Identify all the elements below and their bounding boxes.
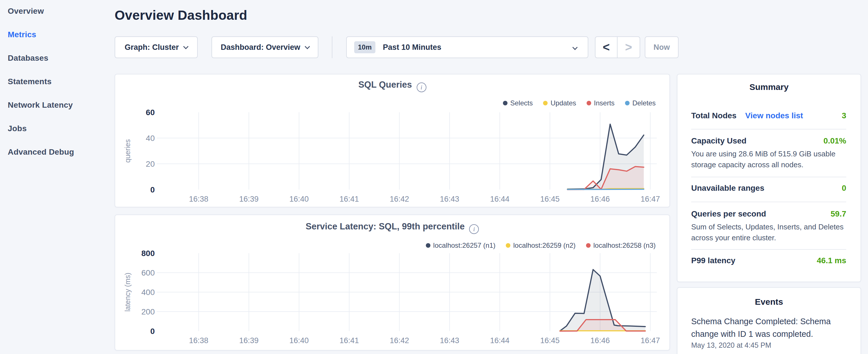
svg-text:200: 200 [141, 307, 155, 316]
svg-text:600: 600 [141, 268, 155, 277]
graph-nodes-dropdown[interactable]: Graph: Cluster [115, 36, 198, 58]
p99-latency-value: 46.1 ms [817, 256, 846, 265]
events-panel: Events Schema Change Completed: Schema c… [677, 287, 861, 354]
queries-per-second-value: 59.7 [831, 210, 846, 219]
svg-text:20: 20 [146, 160, 155, 168]
event-item-timestamp: May 13, 2020 at 4:45 PM [691, 341, 771, 349]
svg-text:16:39: 16:39 [239, 336, 259, 345]
sidebar-item-advanced-debug[interactable]: Advanced Debug [8, 147, 102, 157]
svg-text:16:42: 16:42 [390, 195, 409, 203]
graph-dropdown-label: Graph: Cluster [125, 43, 179, 52]
sidebar-nav: Overview Metrics Databases Statements Ne… [8, 6, 102, 171]
queries-per-second-label: Queries per second [691, 210, 766, 219]
summary-row-capacity: Capacity Used 0.01% [691, 136, 846, 148]
unavailable-ranges-label: Unavailable ranges [691, 184, 764, 193]
svg-text:queries: queries [124, 139, 131, 163]
svg-text:16:46: 16:46 [590, 195, 610, 203]
svg-text:400: 400 [141, 288, 155, 297]
summary-row-unavailable-ranges: Unavailable ranges 0 [691, 184, 846, 195]
capacity-used-value: 0.01% [824, 136, 846, 146]
svg-text:60: 60 [146, 108, 155, 117]
summary-divider [691, 249, 846, 250]
time-range-badge: 10m [354, 41, 375, 53]
chevron-down-icon [305, 44, 310, 49]
svg-text:16:38: 16:38 [189, 195, 209, 203]
summary-row-p99-latency: P99 latency 46.1 ms [691, 256, 846, 267]
svg-text:16:38: 16:38 [189, 336, 209, 345]
svg-text:16:41: 16:41 [340, 195, 359, 203]
sidebar-item-network-latency[interactable]: Network Latency [8, 100, 102, 110]
svg-text:latency (ms): latency (ms) [124, 273, 131, 312]
now-button[interactable]: Now [645, 36, 679, 58]
view-nodes-list-link[interactable]: View nodes list [745, 111, 803, 120]
svg-text:16:44: 16:44 [490, 336, 509, 345]
svg-text:16:41: 16:41 [340, 336, 359, 345]
svg-text:16:40: 16:40 [289, 336, 309, 345]
p99-latency-label: P99 latency [691, 256, 735, 265]
summary-title: Summary [677, 82, 861, 92]
svg-text:16:45: 16:45 [540, 336, 560, 345]
svg-text:16:47: 16:47 [641, 336, 660, 345]
svg-text:16:45: 16:45 [540, 195, 560, 203]
time-range-label: Past 10 Minutes [383, 43, 441, 52]
sidebar-item-statements[interactable]: Statements [8, 77, 102, 87]
svg-text:0: 0 [150, 185, 155, 194]
time-range-dropdown[interactable]: 10m Past 10 Minutes [346, 36, 588, 58]
unavailable-ranges-value: 0 [842, 184, 846, 193]
service-latency-chart-plot: 16:3816:3916:4016:4116:4216:4316:4416:45… [115, 215, 670, 350]
svg-text:16:42: 16:42 [390, 336, 409, 345]
chevron-down-icon [572, 45, 578, 50]
service-latency-chart-card: Service Latency: SQL, 99th percentilei l… [115, 215, 670, 351]
sql-queries-chart-plot: 16:3816:3916:4016:4116:4216:4316:4416:45… [115, 74, 670, 207]
svg-text:0: 0 [150, 327, 155, 336]
qps-description: Sum of Selects, Updates, Inserts, and De… [691, 221, 848, 243]
prev-time-window-button[interactable]: < [595, 37, 618, 58]
svg-text:16:44: 16:44 [490, 195, 509, 203]
dashboard-dropdown[interactable]: Dashboard: Overview [212, 36, 318, 58]
sidebar-item-databases[interactable]: Databases [8, 53, 102, 63]
page-title: Overview Dashboard [115, 7, 247, 23]
summary-divider [691, 202, 846, 202]
summary-divider [691, 177, 846, 177]
summary-row-total-nodes: Total Nodes View nodes list 3 [691, 111, 846, 123]
svg-text:800: 800 [141, 249, 155, 258]
summary-panel: Summary Total Nodes View nodes list 3 Ca… [677, 74, 861, 282]
svg-text:16:43: 16:43 [440, 195, 459, 203]
svg-text:16:46: 16:46 [590, 336, 610, 345]
svg-text:16:43: 16:43 [440, 336, 459, 345]
total-nodes-label: Total Nodes [691, 111, 737, 120]
dashboard-dropdown-label: Dashboard: Overview [221, 43, 300, 52]
sidebar-item-metrics[interactable]: Metrics [8, 30, 102, 39]
sql-queries-chart-card: SQL Queriesi Selects Updates Inserts Del… [115, 74, 670, 207]
event-item-text: Schema Change Completed: Schema change w… [691, 315, 852, 340]
controls-divider [332, 36, 333, 58]
capacity-used-description: You are using 28.6 MiB of 515.9 GiB usab… [691, 148, 848, 170]
svg-text:16:39: 16:39 [239, 195, 259, 203]
svg-text:16:47: 16:47 [641, 195, 660, 203]
chevron-down-icon [183, 44, 188, 49]
sidebar-item-overview[interactable]: Overview [8, 6, 102, 16]
next-time-window-button[interactable]: > [618, 37, 640, 58]
svg-text:40: 40 [146, 134, 155, 142]
total-nodes-value: 3 [842, 111, 846, 120]
events-title: Events [677, 297, 861, 307]
svg-text:16:40: 16:40 [289, 195, 309, 203]
capacity-used-label: Capacity Used [691, 136, 746, 146]
sidebar-item-jobs[interactable]: Jobs [8, 124, 102, 133]
summary-row-qps: Queries per second 59.7 [691, 210, 846, 221]
time-window-arrows: < > [595, 36, 640, 58]
summary-divider [691, 129, 846, 129]
